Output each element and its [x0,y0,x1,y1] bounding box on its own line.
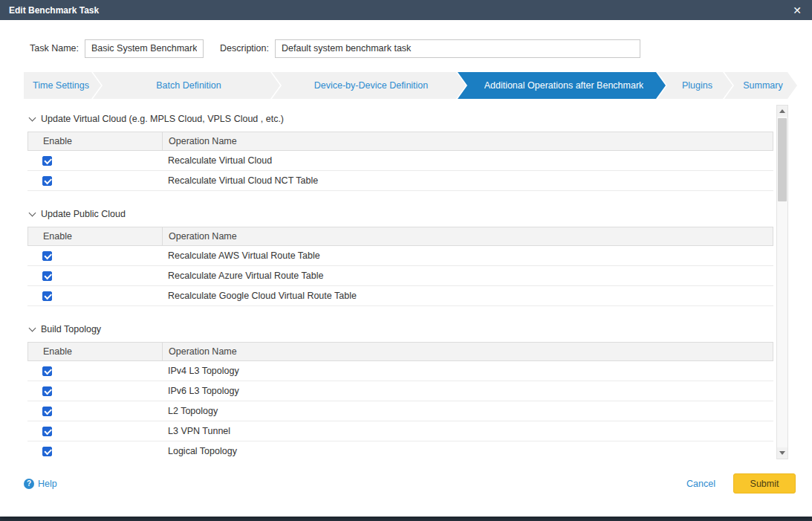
table-row: Recalculate Virtual Cloud [27,151,773,171]
enable-checkbox[interactable] [42,386,52,396]
operation-name-column-header: Operation Name [163,132,773,150]
section-header[interactable]: Update Public Cloud [24,209,775,219]
operations-table: Enable Operation Name Recalculate Virtua… [27,132,773,191]
operations-table: Enable Operation Name IPv4 L3 Topology I… [27,342,773,459]
enable-cell [27,366,162,376]
tab-batch-definition[interactable]: Batch Definition [93,72,280,99]
operation-name: Recalculate Virtual Cloud [162,155,773,166]
description-label: Description: [220,43,269,54]
section-header[interactable]: Build Topology [24,324,775,334]
table-row: L3 VPN Tunnel [27,421,773,441]
operation-name: Recalculate Virtual Cloud NCT Table [162,175,773,186]
scroll-up-icon[interactable] [777,106,787,117]
operations-table: Enable Operation Name Recalculate AWS Vi… [27,227,773,306]
operation-name-column-header: Operation Name [163,343,773,360]
section-update-virtual-cloud: Update Virtual Cloud (e.g. MPLS Cloud, V… [24,114,775,191]
enable-cell [27,291,162,301]
table-row: Recalculate Virtual Cloud NCT Table [27,171,773,191]
enable-checkbox[interactable] [42,176,52,186]
table-body: IPv4 L3 Topology IPv6 L3 Topology L2 Top… [27,361,773,459]
dialog-footer: ? Help Cancel Submit [0,459,812,517]
section-build-topology: Build Topology Enable Operation Name IPv… [24,324,775,459]
cancel-button[interactable]: Cancel [686,479,715,489]
description-input[interactable] [275,39,640,58]
enable-checkbox[interactable] [42,427,52,436]
table-row: Recalculate Google Cloud Virtual Route T… [27,286,773,306]
section-title-label: Build Topology [41,324,101,334]
enable-cell [27,271,162,281]
enable-column-header: Enable [28,227,163,245]
enable-column-header: Enable [28,343,163,360]
table-row: Recalculate Azure Virtual Route Table [27,266,773,286]
enable-cell [27,386,162,396]
tab-label: Additional Operations after Benchmark [484,80,644,91]
tab-label: Time Settings [33,80,89,91]
tab-device-by-device-definition[interactable]: Device-by-Device Definition [272,72,466,99]
operation-name: IPv6 L3 Topology [162,386,773,396]
section-title-label: Update Virtual Cloud (e.g. MPLS Cloud, V… [41,114,284,124]
scroll-down-icon[interactable] [777,447,787,459]
chevron-down-icon [29,209,36,216]
table-row: Logical Topology [27,441,773,459]
operation-name: IPv4 L3 Topology [162,366,773,376]
tab-label: Plugins [682,80,712,91]
enable-cell [27,176,162,186]
chevron-down-icon [29,324,36,331]
operation-name: Recalculate AWS Virtual Route Table [162,250,773,261]
edit-benchmark-task-dialog: Edit Benchmark Task ✕ Task Name: Descrip… [0,0,812,517]
operation-name: Recalculate Google Cloud Virtual Route T… [162,291,773,301]
tab-label: Summary [743,80,782,91]
section-header[interactable]: Update Virtual Cloud (e.g. MPLS Cloud, V… [24,114,775,124]
table-body: Recalculate Virtual Cloud Recalculate Vi… [27,151,773,191]
tab-label: Device-by-Device Definition [314,80,429,91]
chevron-down-icon [29,114,36,121]
tab-time-settings[interactable]: Time Settings [24,72,101,99]
operations-list: Update Virtual Cloud (e.g. MPLS Cloud, V… [24,105,775,459]
help-label: Help [38,479,57,489]
tab-plugins[interactable]: Plugins [657,72,733,99]
table-body: Recalculate AWS Virtual Route Table Reca… [27,246,773,306]
wizard-tabs: Time Settings Batch Definition Device-by… [24,72,788,99]
table-row: IPv6 L3 Topology [27,381,773,401]
section-update-public-cloud: Update Public Cloud Enable Operation Nam… [24,209,775,306]
table-header-row: Enable Operation Name [27,227,773,246]
close-icon[interactable]: ✕ [793,5,802,16]
enable-cell [27,427,162,436]
table-row: IPv4 L3 Topology [27,361,773,381]
task-name-label: Task Name: [30,43,79,54]
help-link[interactable]: ? Help [24,479,57,489]
enable-checkbox[interactable] [42,271,52,281]
enable-checkbox[interactable] [42,291,52,301]
enable-checkbox[interactable] [42,407,52,416]
task-form: Task Name: Description: [30,39,788,58]
enable-checkbox[interactable] [42,251,52,261]
tab-label: Batch Definition [156,80,221,91]
enable-column-header: Enable [28,132,163,150]
enable-checkbox[interactable] [42,156,52,166]
tab-summary[interactable]: Summary [724,72,797,99]
table-header-row: Enable Operation Name [27,342,773,361]
tab-additional-operations-after-benchmark[interactable]: Additional Operations after Benchmark [458,72,666,99]
scrollbar-thumb[interactable] [778,118,787,201]
desktop-background: Edit Benchmark Task ✕ Task Name: Descrip… [0,0,812,521]
table-header-row: Enable Operation Name [27,132,773,151]
scrollbar[interactable] [776,105,788,459]
enable-checkbox[interactable] [42,366,52,376]
dialog-titlebar: Edit Benchmark Task ✕ [0,0,812,20]
submit-button[interactable]: Submit [733,473,796,494]
task-name-input[interactable] [85,39,204,58]
enable-cell [27,407,162,416]
operation-name: Recalculate Azure Virtual Route Table [162,271,773,281]
section-title-label: Update Public Cloud [41,209,126,219]
operation-name: L3 VPN Tunnel [162,426,773,436]
table-row: Recalculate AWS Virtual Route Table [27,246,773,266]
operation-name: Logical Topology [162,446,773,456]
operation-name-column-header: Operation Name [163,227,773,245]
table-row: L2 Topology [27,401,773,421]
operation-name: L2 Topology [162,406,773,416]
tab-content: Update Virtual Cloud (e.g. MPLS Cloud, V… [24,105,788,459]
dialog-title: Edit Benchmark Task [9,5,99,16]
enable-checkbox[interactable] [42,447,52,456]
enable-cell [27,156,162,166]
enable-cell [27,447,162,456]
